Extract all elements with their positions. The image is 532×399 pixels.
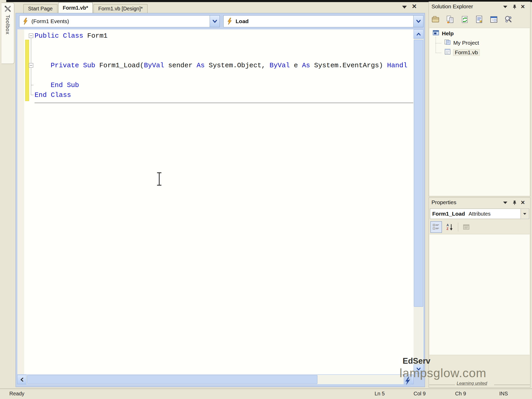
svg-text:A: A (447, 223, 449, 227)
solution-explorer-title: Solution Explorer (431, 3, 473, 10)
document-list-dropdown-icon[interactable] (402, 6, 407, 9)
tree-item-label: Form1.vb (453, 49, 480, 56)
categorized-icon[interactable] (430, 221, 442, 233)
property-pages-icon (461, 222, 472, 232)
collapse-region-icon[interactable] (29, 63, 33, 68)
editor-horizontal-scrollbar[interactable] (17, 375, 414, 384)
status-line-number: Ln 5 (375, 391, 385, 397)
my-project-icon (444, 39, 451, 46)
method-name-dropdown-button[interactable] (413, 16, 423, 27)
horizontal-scroll-thumb[interactable] (27, 375, 317, 384)
outline-end-tick (31, 85, 34, 85)
solution-explorer-panel: Solution Explorer × (429, 2, 530, 196)
status-column-number: Col 9 (414, 391, 426, 397)
toolbox-flyout-tab[interactable]: Toolbox (2, 3, 14, 64)
properties-icon[interactable] (430, 14, 441, 25)
tree-item-label: My Project (453, 40, 479, 46)
show-all-files-icon[interactable] (444, 14, 456, 25)
outline-end-tick (31, 95, 34, 95)
toolbox-label: Toolbox (5, 15, 11, 35)
watermark-site: lampsglow.com (400, 366, 486, 380)
vs-ide-window: Toolbox Start Page Form1.vb* Form1.vb [D… (0, 0, 532, 399)
tab-form1-vb[interactable]: Form1.vb* (58, 2, 93, 13)
view-class-diagram-icon[interactable] (503, 14, 514, 25)
class-name-value: (Form1 Events) (31, 16, 69, 27)
indicator-margin (17, 29, 24, 374)
watermark-lightning-icon (403, 376, 412, 388)
chevron-down-icon (523, 213, 526, 215)
method-name-value: Load (236, 16, 249, 27)
status-character-number: Ch 9 (455, 391, 466, 397)
collapse-region-icon[interactable] (29, 34, 33, 38)
alphabetical-sort-icon[interactable]: AZ (444, 222, 455, 232)
event-lightning-icon (226, 18, 233, 26)
properties-toolbar: AZ (430, 221, 472, 233)
properties-grid[interactable] (429, 234, 530, 355)
object-selector-combobox[interactable]: Form1_Load Attributes (430, 209, 529, 219)
watermark-rule (429, 385, 455, 385)
chevron-left-icon (20, 377, 23, 382)
tools-icon (4, 5, 12, 14)
document-tab-strip: Start Page Form1.vb* Form1.vb [Design]* (23, 2, 148, 13)
tree-item-help-project[interactable]: Help (433, 30, 454, 37)
solution-explorer-titlebar[interactable]: Solution Explorer × (429, 2, 530, 11)
outline-line (31, 68, 31, 95)
chevron-up-icon (416, 32, 421, 36)
close-icon[interactable]: × (521, 3, 525, 11)
tree-item-label: Help (442, 30, 454, 37)
close-icon[interactable]: × (521, 198, 525, 207)
event-lightning-icon (22, 18, 29, 26)
class-name-dropdown-button[interactable] (210, 16, 220, 27)
scroll-up-button[interactable] (414, 29, 423, 39)
object-selector-dropdown-button[interactable] (521, 209, 529, 218)
scroll-left-button[interactable] (17, 375, 26, 384)
properties-panel: Properties × Form1_Load Attributes AZ (429, 197, 530, 388)
refresh-icon[interactable] (459, 14, 470, 25)
status-insert-mode: INS (499, 391, 508, 397)
code-editor-frame: (Form1 Events) Load P (16, 13, 425, 387)
code-line-7: End Class (35, 90, 71, 100)
vb-project-icon (433, 30, 440, 37)
window-menu-icon[interactable] (503, 202, 507, 204)
solution-tree: Help My Project Form1.vb (429, 28, 530, 196)
chevron-down-icon (416, 20, 421, 23)
solution-explorer-toolbar (430, 12, 529, 27)
properties-titlebar[interactable]: Properties × (429, 198, 530, 207)
toolbar-separator (458, 223, 458, 231)
view-designer-icon[interactable] (488, 14, 500, 25)
class-name-combobox[interactable]: (Form1 Events) (19, 15, 220, 27)
tree-connector (436, 53, 441, 53)
outline-line (31, 38, 31, 63)
form-file-icon (444, 49, 451, 56)
watermark-rule (494, 385, 530, 385)
tree-connector (436, 37, 436, 53)
view-code-icon[interactable] (474, 14, 485, 25)
procedure-separator-line (35, 103, 413, 103)
tab-form1-vb-design[interactable]: Form1.vb [Design]* (94, 4, 147, 13)
chevron-down-icon (212, 20, 217, 23)
document-close-icon[interactable]: × (412, 2, 417, 11)
code-editor-surface[interactable]: Public Class Form1 Private Sub Form1_Loa… (17, 29, 414, 374)
status-state: Ready (9, 391, 24, 397)
status-bar: Ready Ln 5 Col 9 Ch 9 INS (0, 389, 532, 399)
method-name-combobox[interactable]: Load (223, 15, 423, 27)
tree-item-form1-vb[interactable]: Form1.vb (444, 49, 480, 56)
window-menu-icon[interactable] (503, 6, 507, 8)
code-line-6: End Sub (35, 80, 79, 90)
properties-title: Properties (431, 199, 456, 205)
pin-icon[interactable] (513, 200, 517, 206)
editor-vertical-scrollbar[interactable] (414, 29, 423, 374)
tab-start-page[interactable]: Start Page (23, 4, 57, 13)
pin-icon[interactable] (513, 4, 517, 10)
code-line-4: Private Sub Form1_Load(ByVal sender As S… (35, 61, 407, 70)
ibeam-cursor-icon (156, 172, 162, 187)
tree-item-my-project[interactable]: My Project (444, 39, 479, 46)
changed-lines-bar (25, 40, 29, 101)
vertical-scroll-thumb[interactable] (414, 40, 423, 307)
code-line-1: Public Class Form1 (35, 31, 108, 41)
watermark-brand: EdServ (403, 356, 430, 366)
watermark-tagline: Learning united (457, 381, 487, 386)
selected-object-type: Attributes (469, 209, 490, 219)
selected-object-name: Form1_Load (432, 209, 465, 219)
tree-connector (436, 43, 441, 44)
